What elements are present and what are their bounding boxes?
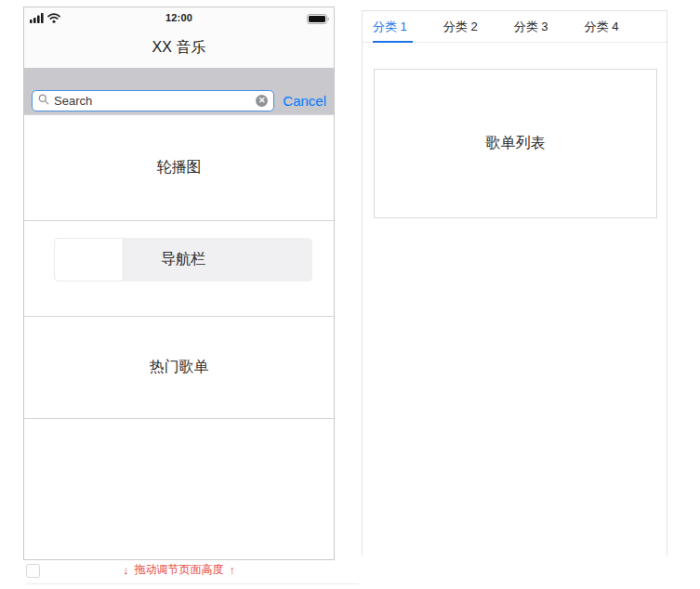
tab-category-2[interactable]: 分类 2 [443,11,483,42]
search-field[interactable]: ✕ [32,90,274,111]
clear-icon[interactable]: ✕ [256,95,268,107]
tab-category-4[interactable]: 分类 4 [585,11,625,42]
empty-placeholder [24,419,334,559]
status-time: 12:00 [24,12,334,23]
page-title: XX 音乐 [24,27,334,68]
hot-playlists-label: 热门歌单 [150,358,209,377]
divider [26,583,359,584]
search-icon [38,92,49,109]
carousel-placeholder: 轮播图 [24,114,334,221]
cancel-button[interactable]: Cancel [283,93,326,109]
phone-mockup: 12:00 XX 音乐 ✕ Cancel 轮播图 导航 [23,7,335,560]
search-input[interactable] [54,94,251,108]
category-panel: 分类 1 分类 2 分类 3 分类 4 歌单列表 [362,10,667,556]
nav-segmented-control[interactable]: 导航栏 [54,238,312,281]
spacer [24,281,334,316]
nav-segment-selected[interactable] [54,238,124,281]
category-tabbar: 分类 1 分类 2 分类 3 分类 4 [363,11,667,43]
drag-hint-label: 拖动调节页面高度 [135,562,224,578]
tab-category-3[interactable]: 分类 3 [514,11,554,42]
spacer [24,221,334,238]
carousel-label: 轮播图 [157,158,202,177]
tab-category-1[interactable]: 分类 1 [373,11,413,42]
drag-height-handle[interactable]: ↓ 拖动调节页面高度 ↑ [23,561,335,578]
arrow-down-icon: ↓ [123,564,129,576]
arrow-up-icon: ↑ [230,564,236,576]
playlist-list-label: 歌单列表 [486,134,546,153]
playlist-list-placeholder: 歌单列表 [374,69,657,218]
status-bar: 12:00 [24,7,334,27]
nav-label: 导航栏 [161,250,205,269]
hot-playlists-placeholder: 热门歌单 [24,316,334,419]
search-bar-container: ✕ Cancel [24,68,334,114]
